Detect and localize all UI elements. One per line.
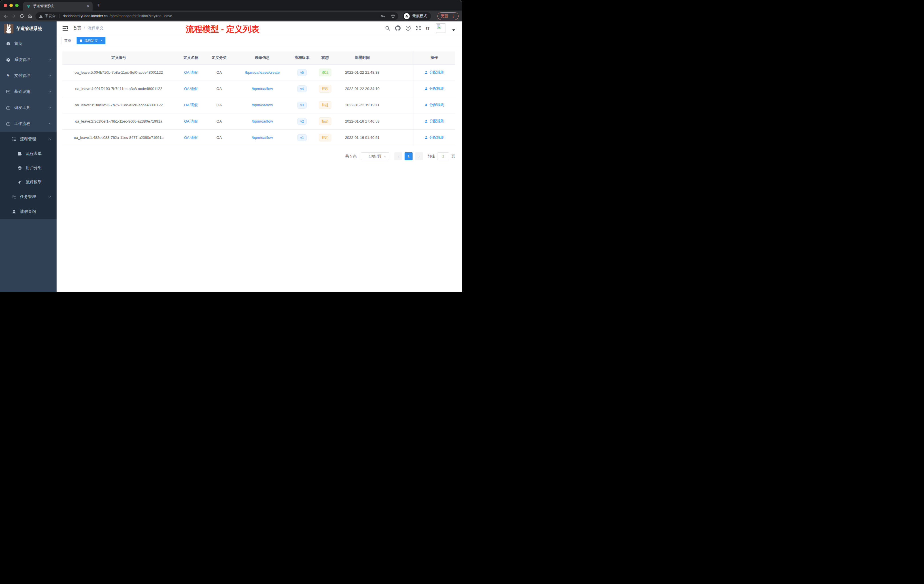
sidebar-item-leave-query[interactable]: 请假查询 — [0, 204, 56, 219]
table-row: oa_leave:1:482ec033-762a-11ec-8477-a2380… — [62, 129, 455, 146]
chevron-down-icon — [48, 90, 51, 93]
column-header: 流程版本 — [293, 51, 311, 64]
dashboard-icon — [6, 41, 11, 46]
definition-name-link[interactable]: OA 请假 — [184, 103, 198, 107]
tab-close-icon[interactable]: × — [87, 4, 89, 8]
minimize-window-button[interactable] — [10, 4, 13, 7]
sidebar-item-label: 任务管理 — [20, 194, 44, 200]
chevron-down-icon — [48, 58, 51, 61]
column-header-filler — [385, 51, 413, 64]
definition-name-link[interactable]: OA 请假 — [184, 135, 198, 140]
github-icon[interactable] — [395, 25, 401, 31]
sidebar-item-system[interactable]: 系统管理 — [0, 52, 56, 68]
security-label[interactable]: 不安全 — [45, 14, 56, 18]
definition-name-link[interactable]: OA 请假 — [184, 70, 198, 74]
form-link[interactable]: /bpm/oa/leave/create — [245, 70, 279, 74]
breadcrumb-separator: / — [84, 26, 85, 31]
back-icon[interactable] — [3, 14, 8, 18]
sidebar-item-process-form[interactable]: 流程表单 — [0, 147, 56, 161]
incognito-label: 无痕模式 — [412, 13, 427, 18]
definition-category: OA — [206, 129, 232, 146]
avatar-dropdown-caret-icon[interactable] — [452, 30, 455, 31]
assign-rule-button[interactable]: 分配规则 — [424, 70, 444, 75]
reload-icon[interactable] — [20, 14, 24, 18]
form-link[interactable]: /bpm/oa/flow — [252, 119, 273, 124]
definition-id: oa_leave:1:482ec033-762a-11ec-8477-a2380… — [62, 129, 175, 146]
sidebar-item-process-management[interactable]: 流程管理 — [0, 132, 56, 147]
column-header: 定义名称 — [175, 51, 206, 64]
next-page-button[interactable]: › — [415, 152, 423, 160]
address-bar[interactable]: 不安全 dashboard.yudao.iocoder.cn/bpm/manag… — [35, 12, 398, 20]
tag-close-icon[interactable]: × — [101, 39, 102, 42]
logo-image — [4, 24, 13, 33]
search-icon[interactable] — [385, 26, 390, 31]
sidebar-item-user-group[interactable]: 用户分组 — [0, 161, 56, 175]
sidebar-item-label: 流程管理 — [20, 137, 44, 142]
password-key-icon[interactable] — [380, 14, 385, 18]
help-icon[interactable]: ? — [406, 25, 411, 31]
assign-rule-button[interactable]: 分配规则 — [424, 86, 444, 91]
sidebar-item-dev-tools[interactable]: 研发工具 — [0, 100, 56, 116]
browser-tab[interactable]: 芋道管理系统 × — [23, 2, 92, 11]
sidebar-item-label: 请假查询 — [20, 209, 51, 214]
chevron-down-icon — [48, 195, 51, 199]
table-row: oa_leave:5:004b710b-7b8a-11ec-8ef0-acde4… — [62, 64, 455, 81]
assign-rule-button[interactable]: 分配规则 — [424, 135, 444, 140]
sidebar-item-label: 系统管理 — [14, 57, 44, 62]
sidebar-item-task-management[interactable]: 任务管理 — [0, 190, 56, 204]
avatar[interactable] — [436, 23, 446, 33]
paper-plane-icon — [17, 180, 22, 185]
assign-rule-button[interactable]: 分配规则 — [424, 102, 444, 107]
definition-name-link[interactable]: OA 请假 — [184, 87, 198, 91]
new-tab-button[interactable]: + — [97, 2, 101, 8]
sidebar-fold-icon[interactable] — [62, 26, 68, 31]
forward-icon[interactable] — [12, 14, 16, 18]
sidebar-item-process-model[interactable]: 流程模型 — [0, 175, 56, 190]
browser-menu-icon[interactable]: ⋮ — [451, 14, 455, 18]
table-row: oa_leave:3:1fad3d93-7b75-11ec-a3c8-acde4… — [62, 97, 455, 113]
goto-page-input[interactable] — [437, 152, 449, 160]
security-warning-icon[interactable] — [39, 14, 43, 18]
form-link[interactable]: /bpm/oa/flow — [252, 103, 273, 107]
workflow-submenu: 流程管理 流程表单 用户分组 — [0, 132, 56, 219]
sidebar-item-infrastructure[interactable]: 基础设施 — [0, 84, 56, 100]
table-header-row: 定义编号 定义名称 定义分类 表单信息 流程版本 状态 部署时间 操作 — [62, 51, 455, 64]
sidebar-menu: 首页 系统管理 ¥ 支付管理 — [0, 36, 56, 219]
breadcrumb-home[interactable]: 首页 — [73, 26, 81, 31]
assign-rule-button[interactable]: 分配规则 — [424, 119, 444, 124]
browser-toolbar: 不安全 dashboard.yudao.iocoder.cn/bpm/manag… — [0, 11, 462, 21]
definition-id: oa_leave:4:991f2193-7b7f-11ec-a3c8-acde4… — [62, 81, 175, 97]
fullscreen-icon[interactable] — [416, 25, 421, 31]
tab-title: 芋道管理系统 — [33, 4, 84, 8]
form-icon — [17, 152, 22, 156]
browser-update-button[interactable]: 更新 ⋮ — [437, 12, 459, 20]
bookmark-star-icon[interactable] — [391, 14, 396, 18]
sidebar-item-payment[interactable]: ¥ 支付管理 — [0, 68, 56, 84]
definition-name-link[interactable]: OA 请假 — [184, 119, 198, 124]
zoom-window-button[interactable] — [15, 4, 18, 7]
tag-process-definition[interactable]: 流程定义 × — [77, 37, 106, 44]
close-window-button[interactable] — [4, 4, 7, 7]
status-badge: 激活 — [319, 69, 332, 76]
tag-label: 流程定义 — [84, 38, 98, 43]
tag-home[interactable]: 首页 — [61, 37, 74, 44]
version-badge: v3 — [297, 102, 307, 109]
form-link[interactable]: /bpm/oa/flow — [252, 135, 273, 140]
column-header: 部署时间 — [339, 51, 385, 64]
filler-cell — [385, 64, 413, 81]
assign-rule-label: 分配规则 — [429, 102, 444, 107]
font-size-icon[interactable]: tT — [426, 26, 429, 31]
form-link[interactable]: /bpm/oa/flow — [252, 87, 273, 91]
page-size-select[interactable]: 10条/页 — [361, 152, 389, 160]
home-icon[interactable] — [27, 14, 32, 18]
chevron-up-icon — [48, 137, 51, 141]
sidebar-item-label: 基础设施 — [14, 89, 44, 94]
page-content: 定义编号 定义名称 定义分类 表单信息 流程版本 状态 部署时间 操作 — [56, 46, 462, 292]
prev-page-button[interactable]: ‹ — [394, 152, 402, 160]
filler-cell — [385, 97, 413, 113]
gear-icon — [6, 58, 11, 62]
annotation-title: 流程模型 - 定义列表 — [186, 24, 259, 35]
current-page-button[interactable]: 1 — [404, 152, 412, 160]
sidebar-item-workflow[interactable]: 工作流程 — [0, 116, 56, 132]
sidebar-item-home[interactable]: 首页 — [0, 36, 56, 52]
